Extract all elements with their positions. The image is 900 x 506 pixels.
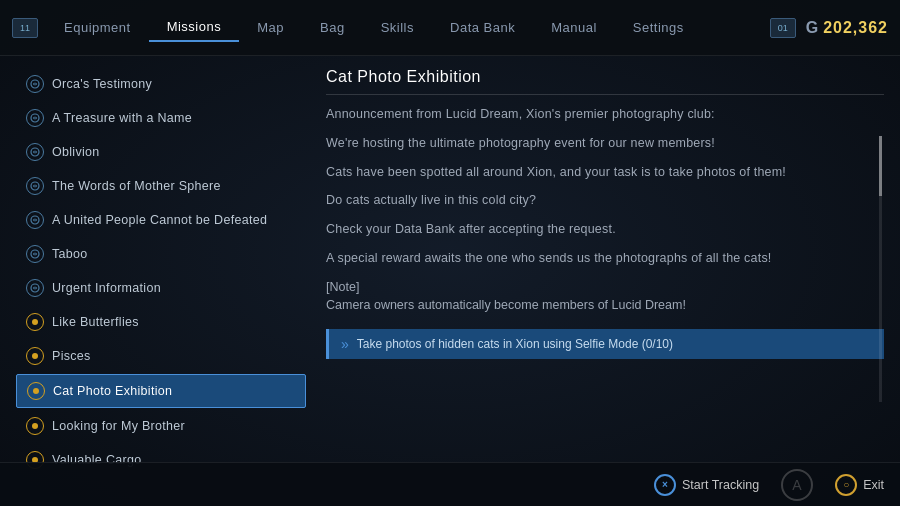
- exit-label: Exit: [863, 478, 884, 492]
- detail-title: Cat Photo Exhibition: [326, 68, 884, 95]
- svg-point-9: [33, 388, 39, 394]
- mission-item-10[interactable]: Cat Photo Exhibition: [16, 374, 306, 408]
- circle-button-icon: ○: [835, 474, 857, 496]
- mission-name-2: A Treasure with a Name: [52, 111, 192, 125]
- detail-scrollbar[interactable]: [879, 136, 882, 402]
- x-button-icon: ×: [654, 474, 676, 496]
- svg-point-4: [31, 216, 39, 224]
- task-bar: » Take photos of hidden cats in Xion usi…: [326, 329, 884, 359]
- mission-name-8: Like Butterflies: [52, 315, 139, 329]
- detail-scrollbar-thumb: [879, 136, 882, 196]
- detail-para-4: Check your Data Bank after accepting the…: [326, 220, 884, 239]
- start-tracking-label: Start Tracking: [682, 478, 759, 492]
- topbar-right: 01 G202,362: [770, 18, 888, 38]
- mission-icon-11: [26, 417, 44, 435]
- mission-icon-8: [26, 313, 44, 331]
- tab-missions[interactable]: Missions: [149, 13, 240, 42]
- detail-para-2: Cats have been spotted all around Xion, …: [326, 163, 884, 182]
- mission-name-10: Cat Photo Exhibition: [53, 384, 172, 398]
- svg-point-8: [32, 353, 38, 359]
- svg-point-7: [32, 319, 38, 325]
- mission-name-6: Taboo: [52, 247, 88, 261]
- mission-icon-4: [26, 177, 44, 195]
- mission-icon-9: [26, 347, 44, 365]
- mission-name-1: Orca's Testimony: [52, 77, 152, 91]
- tab-equipment[interactable]: Equipment: [46, 14, 149, 41]
- mission-icon-3: [26, 143, 44, 161]
- detail-panel: Cat Photo Exhibition Announcement from L…: [318, 68, 884, 450]
- svg-point-2: [31, 148, 39, 156]
- svg-point-0: [31, 80, 39, 88]
- svg-point-10: [32, 423, 38, 429]
- mission-name-11: Looking for My Brother: [52, 419, 185, 433]
- task-icon: »: [341, 336, 349, 352]
- mission-item-5[interactable]: A United People Cannot be Defeated: [16, 204, 306, 236]
- main-content: Orca's Testimony A Treasure with a Name …: [0, 56, 900, 462]
- nav-tabs: Equipment Missions Map Bag Skills Data B…: [46, 13, 770, 42]
- tab-skills[interactable]: Skills: [363, 14, 432, 41]
- mission-list-wrapper: Orca's Testimony A Treasure with a Name …: [16, 68, 306, 450]
- mission-item-8[interactable]: Like Butterflies: [16, 306, 306, 338]
- mission-name-4: The Words of Mother Sphere: [52, 179, 221, 193]
- detail-para-3: Do cats actually live in this cold city?: [326, 191, 884, 210]
- detail-para-1: We're hosting the ultimate photography e…: [326, 134, 884, 153]
- mission-item-7[interactable]: Urgent Information: [16, 272, 306, 304]
- detail-note: [Note] Camera owners automatically becom…: [326, 278, 884, 316]
- bottombar: × Start Tracking A ○ Exit: [0, 462, 900, 506]
- tab-map[interactable]: Map: [239, 14, 302, 41]
- currency-display: G202,362: [806, 19, 888, 37]
- mission-name-9: Pisces: [52, 349, 91, 363]
- svg-point-6: [31, 284, 39, 292]
- mission-item-4[interactable]: The Words of Mother Sphere: [16, 170, 306, 202]
- mission-item-3[interactable]: Oblivion: [16, 136, 306, 168]
- ctrl-icon: 01: [770, 18, 796, 38]
- note-label: [Note]: [326, 280, 359, 294]
- mission-name-5: A United People Cannot be Defeated: [52, 213, 267, 227]
- tab-databank[interactable]: Data Bank: [432, 14, 533, 41]
- mission-icon-10: [27, 382, 45, 400]
- detail-body: Announcement from Lucid Dream, Xion's pr…: [326, 105, 884, 450]
- svg-point-5: [31, 250, 39, 258]
- tab-manual[interactable]: Manual: [533, 14, 615, 41]
- game-icon: 11: [12, 18, 38, 38]
- mission-name-7: Urgent Information: [52, 281, 161, 295]
- mission-name-3: Oblivion: [52, 145, 100, 159]
- mission-item-2[interactable]: A Treasure with a Name: [16, 102, 306, 134]
- game-logo: A: [779, 467, 815, 503]
- mission-icon-5: [26, 211, 44, 229]
- mission-item-9[interactable]: Pisces: [16, 340, 306, 372]
- currency-g-label: G: [806, 19, 819, 36]
- detail-para-0: Announcement from Lucid Dream, Xion's pr…: [326, 105, 884, 124]
- tab-bag[interactable]: Bag: [302, 14, 363, 41]
- start-tracking-button[interactable]: × Start Tracking: [654, 474, 759, 496]
- mission-icon-1: [26, 75, 44, 93]
- mission-item-1[interactable]: Orca's Testimony: [16, 68, 306, 100]
- note-text: Camera owners automatically become membe…: [326, 298, 686, 312]
- mission-item-6[interactable]: Taboo: [16, 238, 306, 270]
- svg-text:A: A: [792, 477, 802, 493]
- mission-item-11[interactable]: Looking for My Brother ▲ ▼ ▣: [16, 410, 306, 442]
- mission-icon-7: [26, 279, 44, 297]
- currency-value: 202,362: [823, 19, 888, 36]
- task-text: Take photos of hidden cats in Xion using…: [357, 337, 673, 351]
- svg-point-3: [31, 182, 39, 190]
- exit-button[interactable]: ○ Exit: [835, 474, 884, 496]
- svg-point-1: [31, 114, 39, 122]
- mission-icon-2: [26, 109, 44, 127]
- mission-list: Orca's Testimony A Treasure with a Name …: [16, 68, 306, 476]
- mission-icon-6: [26, 245, 44, 263]
- detail-para-5: A special reward awaits the one who send…: [326, 249, 884, 268]
- topbar: 11 Equipment Missions Map Bag Skills Dat…: [0, 0, 900, 56]
- tab-settings[interactable]: Settings: [615, 14, 702, 41]
- topbar-left: 11: [12, 18, 46, 38]
